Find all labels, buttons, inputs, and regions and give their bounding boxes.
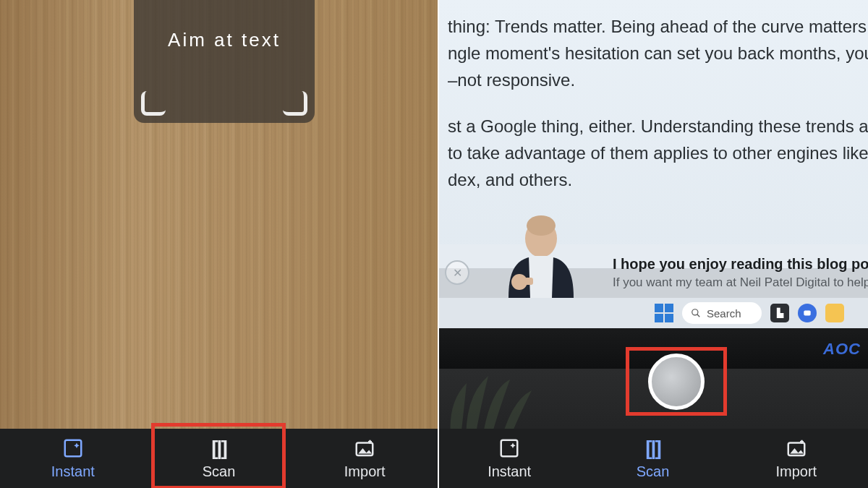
import-tab[interactable]: Import: [739, 433, 854, 484]
cta-title: I hope you enjoy reading this blog pos: [613, 256, 868, 273]
mode-bar: Instant [|] Scan Import: [0, 429, 438, 488]
right-screenshot: thing: Trends matter. Being ahead of the…: [438, 0, 868, 488]
sparkle-square-icon: [62, 437, 84, 459]
search-icon: [691, 308, 701, 318]
shutter-button[interactable]: [648, 354, 705, 410]
aim-label: Aim at text: [168, 29, 281, 51]
svg-rect-8: [804, 311, 810, 316]
close-icon[interactable]: ✕: [445, 260, 469, 285]
scan-brackets-icon: [|]: [645, 437, 660, 459]
tab-label: Scan: [203, 463, 236, 480]
cta-subtitle: If you want my team at Neil Patel Digita…: [613, 275, 868, 290]
tab-label: Scan: [637, 463, 670, 480]
svg-rect-9: [501, 440, 518, 456]
tab-label: Import: [344, 463, 386, 480]
frame-corner-icon: [141, 91, 166, 116]
tab-label: Import: [775, 463, 817, 480]
article-line: dex, and others.: [448, 170, 572, 189]
tab-label: Instant: [488, 463, 531, 480]
taskbar-chat-icon[interactable]: [798, 304, 817, 322]
windows-start-icon[interactable]: [655, 304, 673, 322]
highlight-box: [626, 347, 727, 416]
svg-line-7: [697, 314, 700, 317]
svg-point-3: [527, 215, 556, 236]
article-line: to take advantage of them applies to oth…: [448, 143, 868, 163]
scan-brackets-icon: [|]: [211, 437, 226, 459]
image-plus-icon: [354, 437, 375, 459]
scan-tab[interactable]: [|] Scan: [595, 433, 710, 484]
tab-label: Instant: [51, 463, 95, 480]
taskbar-app-icon[interactable]: ▙: [770, 304, 789, 322]
article-line: thing: Trends matter. Being ahead of the…: [448, 17, 868, 36]
search-placeholder: Search: [707, 307, 741, 320]
aim-overlay: Aim at text: [134, 0, 315, 123]
scan-tab[interactable]: [|] Scan: [161, 433, 276, 484]
image-plus-icon: [786, 437, 807, 459]
article-line: st a Google thing, either. Understanding…: [448, 116, 868, 136]
instant-tab[interactable]: Instant: [15, 433, 131, 484]
pane-divider: [438, 0, 439, 488]
mode-bar: Instant [|] Scan Import: [438, 429, 868, 488]
article-line: ngle moment's hesitation can set you bac…: [448, 43, 868, 63]
sparkle-square-icon: [498, 437, 520, 459]
svg-point-6: [692, 309, 698, 315]
left-screenshot: Aim at text Instant [|] Scan: [0, 0, 438, 488]
svg-rect-5: [524, 278, 533, 285]
windows-taskbar: Search ▙: [438, 298, 868, 328]
author-photo: [480, 211, 603, 298]
taskbar-search[interactable]: Search: [682, 302, 762, 324]
frame-corner-icon: [283, 91, 307, 116]
cta-banner: ✕ I hope you enjoy reading this blog pos…: [438, 244, 868, 301]
monitor-brand-label: AOC: [823, 340, 861, 359]
article-line: –not responsive.: [448, 70, 575, 90]
taskbar-explorer-icon[interactable]: [825, 304, 844, 322]
instant-tab[interactable]: Instant: [451, 433, 567, 484]
svg-rect-0: [65, 440, 82, 456]
import-tab[interactable]: Import: [307, 433, 422, 484]
